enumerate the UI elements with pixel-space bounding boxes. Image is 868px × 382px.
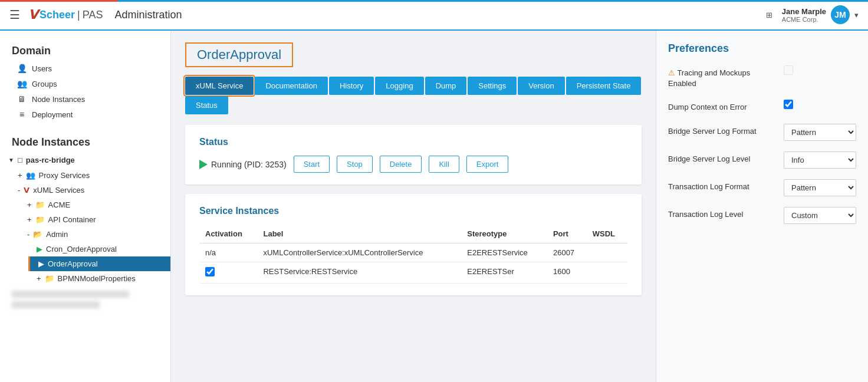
tab-xuml-service[interactable]: xUML Service (185, 77, 254, 95)
pref-transaction-log-format: Transaction Log Format Pattern JSON Cust… (668, 179, 856, 196)
stop-button[interactable]: Stop (337, 156, 373, 173)
table-row: RESTService:RESTService E2ERESTSer 1600 (199, 262, 627, 284)
user-org: ACME Corp. (782, 16, 826, 23)
tab-persistent-state[interactable]: Persistent State (566, 77, 642, 95)
tab-dump[interactable]: Dump (425, 77, 467, 95)
bridge-log-level-select[interactable]: Trace Debug Info Warning Error (784, 152, 856, 169)
pref-bridge-log-format: Bridge Server Log Format Pattern JSON Cu… (668, 124, 856, 141)
tab-version[interactable]: Version (518, 77, 564, 95)
row2-activation (199, 262, 257, 284)
tree-root-folder-icon: □ (18, 156, 22, 164)
plus-icon: + (18, 171, 22, 180)
page-title-box: OrderApproval (185, 42, 293, 67)
bpmn-label: BPMNModelProperties (58, 274, 136, 283)
tree-acme[interactable]: + 📁 ACME (19, 197, 170, 212)
api-container-label: API Container (48, 215, 96, 224)
pref-bridge-log-format-control: Pattern JSON Custom (784, 124, 856, 141)
transaction-log-format-select[interactable]: Pattern JSON Custom (784, 179, 856, 196)
cron-play-icon: ▶ (37, 245, 42, 253)
tree-root-label: pas-rc-bridge (26, 156, 75, 164)
tracing-checkbox[interactable] (784, 65, 793, 75)
deployment-icon: ≡ (17, 110, 27, 119)
bpmn-folder-icon: 📁 (45, 274, 54, 283)
tab-status[interactable]: Status (185, 96, 228, 114)
sidebar-item-groups[interactable]: 👥 Groups (0, 76, 170, 91)
pref-dump-context-control (784, 100, 856, 109)
status-row: Running (PID: 3253) Start Stop Delete Ki… (199, 156, 627, 173)
tab-documentation[interactable]: Documentation (255, 77, 327, 95)
sidebar-item-deployment-label: Deployment (32, 110, 73, 119)
sidebar-item-deployment[interactable]: ≡ Deployment (0, 107, 170, 122)
user-name: Jane Marple (782, 7, 826, 16)
running-text: Running (PID: 3253) (211, 160, 287, 169)
topbar: ☰ 𝗩 Scheer | PAS Administration ⊞ Jane M… (0, 0, 868, 31)
order-approval-label: OrderApproval (48, 259, 98, 268)
pref-transaction-log-format-label: Transaction Log Format (668, 179, 774, 192)
pref-bridge-log-level-control: Trace Debug Info Warning Error (784, 152, 856, 169)
pref-dump-context-label: Dump Context on Error (668, 100, 774, 113)
logo-v: 𝗩 (28, 7, 38, 22)
sidebar-blurred-items (0, 286, 170, 313)
pref-bridge-log-level: Bridge Server Log Level Trace Debug Info… (668, 152, 856, 169)
bpmn-plus-icon: + (37, 274, 41, 283)
node-instances-section-title: Node Instances (0, 131, 170, 152)
start-button[interactable]: Start (294, 156, 330, 173)
transaction-log-level-select[interactable]: Trace Debug Info Warning Error Custom (784, 207, 856, 224)
bridge-log-format-select[interactable]: Pattern JSON Custom (784, 124, 856, 141)
api-plus-icon: + (27, 215, 32, 224)
api-folder-icon: 📁 (35, 215, 45, 224)
col-label: Label (257, 225, 461, 243)
dump-context-checkbox[interactable] (784, 100, 793, 109)
tree-api-container[interactable]: + 📁 API Container (19, 212, 170, 227)
sidebar-item-node-instances[interactable]: 🖥 Node Instances (0, 91, 170, 107)
pref-tracing-control (784, 65, 856, 75)
domain-section-title: Domain (0, 40, 170, 61)
warning-icon: ⚠ (668, 68, 675, 77)
tab-settings[interactable]: Settings (468, 77, 517, 95)
tree-xuml-services[interactable]: - 𝗩 xUML Services (9, 183, 170, 197)
user-text: Jane Marple ACME Corp. (782, 7, 826, 23)
tree-root[interactable]: ▼ □ pas-rc-bridge (0, 152, 170, 168)
row2-port: 1600 (547, 262, 587, 284)
pref-tracing: ⚠ Tracing and Mockups Enabled (668, 65, 856, 89)
kill-button[interactable]: Kill (429, 156, 459, 173)
tabs-bar: xUML Service Documentation History Loggi… (185, 77, 642, 114)
tree-admin[interactable]: - 📂 Admin (19, 227, 170, 242)
sidebar-item-users[interactable]: 👤 Users (0, 61, 170, 76)
groups-icon: 👥 (17, 79, 27, 88)
table-row: n/a xUMLControllerService:xUMLController… (199, 243, 627, 262)
tree-order-approval[interactable]: ▶ OrderApproval (28, 256, 170, 271)
admin-folder-icon: 📂 (33, 230, 42, 239)
sidebar-item-users-label: Users (32, 64, 52, 73)
user-dropdown-icon[interactable]: ▾ (854, 11, 859, 19)
row2-activation-checkbox[interactable] (205, 267, 215, 276)
menu-icon[interactable]: ☰ (9, 8, 20, 22)
acme-plus-icon: + (27, 200, 32, 209)
pref-tracing-label: ⚠ Tracing and Mockups Enabled (668, 65, 774, 89)
pref-bridge-log-level-label: Bridge Server Log Level (668, 152, 774, 164)
tree-proxy-services[interactable]: + 👥 Proxy Services (9, 168, 170, 183)
logo-scheer: Scheer (40, 9, 75, 21)
tree-cron-order-approval[interactable]: ▶ Cron_OrderApproval (28, 242, 170, 256)
pref-transaction-log-level: Transaction Log Level Trace Debug Info W… (668, 207, 856, 224)
row2-wsdl (587, 262, 627, 284)
user-info: Jane Marple ACME Corp. JM ▾ (782, 5, 859, 24)
export-button[interactable]: Export (466, 156, 509, 173)
pref-bridge-log-format-label: Bridge Server Log Format (668, 124, 774, 137)
pref-transaction-log-level-control: Trace Debug Info Warning Error Custom (784, 207, 856, 224)
proxy-services-label: Proxy Services (39, 171, 90, 180)
status-card: Status Running (PID: 3253) Start Stop De… (185, 125, 642, 185)
acme-label: ACME (48, 200, 71, 209)
preferences-panel: Preferences ⚠ Tracing and Mockups Enable… (656, 31, 868, 382)
tab-history[interactable]: History (329, 77, 374, 95)
tree-bpmn[interactable]: + 📁 BPMNModelProperties (28, 271, 170, 286)
delete-button[interactable]: Delete (380, 156, 422, 173)
tab-logging[interactable]: Logging (375, 77, 423, 95)
order-play-icon: ▶ (38, 259, 44, 268)
running-triangle-icon (199, 160, 208, 169)
row1-wsdl (587, 243, 627, 262)
col-stereotype: Stereotype (461, 225, 547, 243)
avatar[interactable]: JM (831, 5, 850, 24)
topbar-title: Administration (114, 9, 182, 21)
topbar-grid-icon[interactable]: ⊞ (766, 11, 772, 19)
